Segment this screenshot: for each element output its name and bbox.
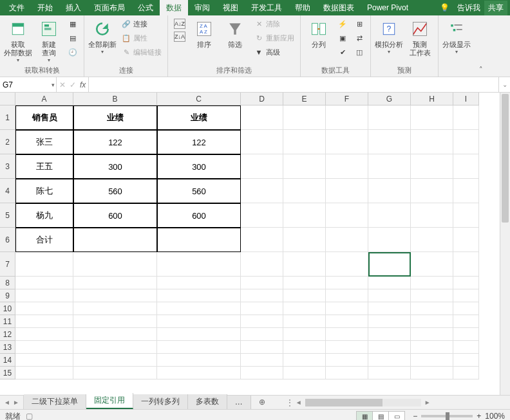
page-layout-view-button[interactable]: ▤ xyxy=(372,411,389,420)
cell-H4[interactable] xyxy=(411,179,453,203)
zoom-in-button[interactable]: + xyxy=(477,412,481,420)
cell-C11[interactable] xyxy=(157,315,241,328)
cell-G15[interactable] xyxy=(368,367,411,379)
col-header-G[interactable]: G xyxy=(368,93,411,105)
cell-E14[interactable] xyxy=(283,354,326,367)
cell-A2[interactable]: 张三 xyxy=(15,130,73,154)
cell-A4[interactable]: 陈七 xyxy=(15,179,73,203)
cell-E9[interactable] xyxy=(283,289,326,302)
cell-C9[interactable] xyxy=(157,289,241,302)
manage-model-button[interactable]: ◫ xyxy=(352,46,366,59)
cell-F11[interactable] xyxy=(326,315,368,328)
cell-F9[interactable] xyxy=(326,289,368,302)
cell-I13[interactable] xyxy=(453,341,479,354)
cell-A14[interactable] xyxy=(15,354,73,367)
cell-B5[interactable]: 600 xyxy=(73,203,157,228)
row-header-4[interactable]: 4 xyxy=(0,179,15,203)
cell-G4[interactable] xyxy=(368,179,411,203)
cell-I1[interactable] xyxy=(453,105,479,130)
cell-E10[interactable] xyxy=(283,302,326,315)
cell-G5[interactable] xyxy=(368,203,411,228)
row-header-11[interactable]: 11 xyxy=(0,315,15,328)
cell-H1[interactable] xyxy=(411,105,453,130)
cell-E5[interactable] xyxy=(283,203,326,228)
cell-C14[interactable] xyxy=(157,354,241,367)
cell-I6[interactable] xyxy=(453,228,479,252)
cell-A1[interactable]: 销售员 xyxy=(15,105,73,130)
row-header-12[interactable]: 12 xyxy=(0,328,15,341)
normal-view-button[interactable]: ▦ xyxy=(356,411,373,420)
page-break-view-button[interactable]: ▭ xyxy=(388,411,405,420)
cell-B12[interactable] xyxy=(73,328,157,341)
sheet-nav[interactable]: ◄► xyxy=(0,396,24,409)
cell-I9[interactable] xyxy=(453,289,479,302)
cell-F13[interactable] xyxy=(326,341,368,354)
row-header-7[interactable]: 7 xyxy=(0,252,15,277)
zoom-out-button[interactable]: − xyxy=(413,412,417,420)
cell-B7[interactable] xyxy=(73,252,157,277)
collapse-ribbon-button[interactable]: ˄ xyxy=(475,15,487,77)
menu-tab-8[interactable]: 开发工具 xyxy=(245,0,288,15)
cell-F10[interactable] xyxy=(326,302,368,315)
cell-C3[interactable]: 300 xyxy=(157,154,241,179)
vertical-scrollbar[interactable] xyxy=(500,93,510,395)
cell-A3[interactable]: 王五 xyxy=(15,154,73,179)
cell-I3[interactable] xyxy=(453,154,479,179)
row-header-1[interactable]: 1 xyxy=(0,105,15,130)
cell-C13[interactable] xyxy=(157,341,241,354)
cell-A12[interactable] xyxy=(15,328,73,341)
col-header-E[interactable]: E xyxy=(283,93,326,105)
cell-I4[interactable] xyxy=(453,179,479,203)
cell-H3[interactable] xyxy=(411,154,453,179)
col-header-B[interactable]: B xyxy=(73,93,157,105)
cell-E4[interactable] xyxy=(283,179,326,203)
cell-D13[interactable] xyxy=(241,341,283,354)
cell-F1[interactable] xyxy=(326,105,368,130)
cell-A9[interactable] xyxy=(15,289,73,302)
menu-tab-9[interactable]: 帮助 xyxy=(288,0,317,15)
menu-tab-4[interactable]: 公式 xyxy=(131,0,160,15)
cell-F2[interactable] xyxy=(326,130,368,154)
cell-G14[interactable] xyxy=(368,354,411,367)
advanced-filter-button[interactable]: ▼高级 xyxy=(252,46,296,59)
cell-E13[interactable] xyxy=(283,341,326,354)
get-external-data-button[interactable]: 获取 外部数据 ▾ xyxy=(4,17,32,63)
zoom-level[interactable]: 100% xyxy=(485,412,505,420)
nav-prev-icon[interactable]: ◄ xyxy=(4,399,10,406)
cell-D2[interactable] xyxy=(241,130,283,154)
col-header-H[interactable]: H xyxy=(411,93,453,105)
cell-I8[interactable] xyxy=(453,277,479,289)
add-sheet-button[interactable]: ⊕ xyxy=(251,396,273,409)
sort-desc-button[interactable]: Z↓A xyxy=(172,30,187,43)
cell-H11[interactable] xyxy=(411,315,453,328)
zoom-slider[interactable] xyxy=(421,415,473,417)
cell-D15[interactable] xyxy=(241,367,283,379)
menu-tab-1[interactable]: 开始 xyxy=(31,0,59,15)
remove-dup-button[interactable]: ▣ xyxy=(335,32,350,44)
cell-D4[interactable] xyxy=(241,179,283,203)
cell-H12[interactable] xyxy=(411,328,453,341)
cell-B8[interactable] xyxy=(73,277,157,289)
menu-tab-3[interactable]: 页面布局 xyxy=(88,0,131,15)
col-header-C[interactable]: C xyxy=(157,93,241,105)
forecast-sheet-button[interactable]: 预测 工作表 xyxy=(406,17,434,57)
col-header-I[interactable]: I xyxy=(453,93,479,105)
sheet-tab-3[interactable]: 多表数 xyxy=(188,394,227,409)
sheet-tab-2[interactable]: 一列转多列 xyxy=(133,394,188,409)
recent-sources-button[interactable]: 🕘 xyxy=(66,46,80,59)
cell-F4[interactable] xyxy=(326,179,368,203)
menu-tab-6[interactable]: 审阅 xyxy=(188,0,216,15)
cell-A7[interactable] xyxy=(15,252,73,277)
hscroll-right-icon[interactable]: ► xyxy=(422,399,433,406)
zoom-knob[interactable] xyxy=(446,412,449,420)
fx-icon[interactable]: fx xyxy=(80,80,86,89)
text-to-columns-button[interactable]: 分列 xyxy=(305,17,333,49)
row-header-2[interactable]: 2 xyxy=(0,130,15,154)
spreadsheet-grid[interactable]: ABCDEFGHI 123456789101112131415 销售员业绩业绩张… xyxy=(0,93,510,395)
cell-D10[interactable] xyxy=(241,302,283,315)
cell-H6[interactable] xyxy=(411,228,453,252)
split-handle-icon[interactable]: ⋮ xyxy=(286,398,294,407)
cell-H8[interactable] xyxy=(411,277,453,289)
cell-I12[interactable] xyxy=(453,328,479,341)
row-header-15[interactable]: 15 xyxy=(0,367,15,379)
